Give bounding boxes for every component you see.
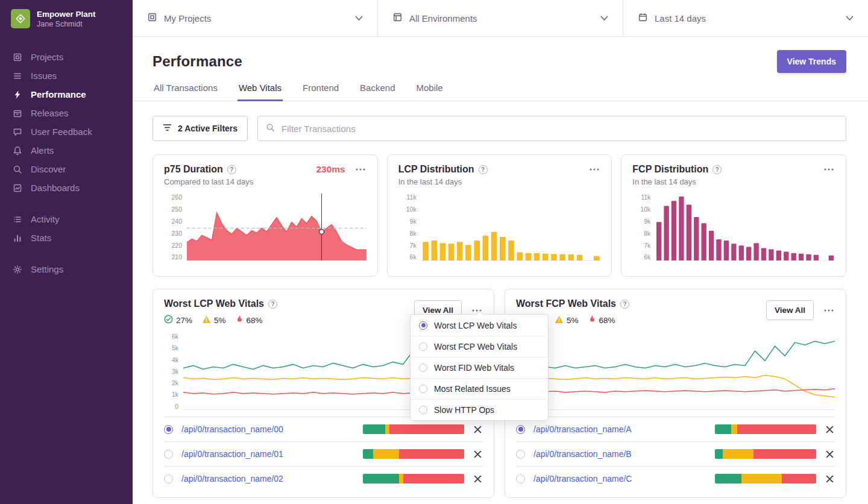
card-menu-button[interactable]: [823, 167, 835, 172]
sidebar-item-label: User Feedback: [31, 127, 92, 137]
project-selector[interactable]: My Projects: [133, 0, 377, 36]
sidebar-item-settings[interactable]: Settings: [0, 260, 133, 279]
close-icon[interactable]: [825, 474, 835, 484]
card-menu-button[interactable]: [354, 167, 366, 172]
sidebar-item-performance[interactable]: Performance: [0, 85, 133, 104]
chevron-down-icon: [846, 16, 854, 21]
sidebar-item-releases[interactable]: Releases: [0, 104, 133, 122]
close-icon[interactable]: [825, 449, 835, 459]
table-row[interactable]: /api/0/transaction_name/02: [164, 466, 483, 491]
menu-item-most-related-issues[interactable]: Most Related Issues: [410, 378, 548, 399]
radio-button[interactable]: [419, 342, 427, 351]
tab-mobile[interactable]: Mobile: [415, 83, 444, 101]
fire-icon: [236, 315, 244, 326]
help-icon[interactable]: ?: [620, 300, 629, 309]
org-switcher[interactable]: Empower Plant Jane Schmidt: [0, 0, 133, 34]
help-icon[interactable]: ?: [227, 165, 236, 174]
card-subtitle: In the last 14 days: [632, 177, 835, 186]
tab-backend[interactable]: Backend: [359, 83, 396, 101]
lcp-distribution-card: LCP Distribution ? In the last 14 days 1…: [387, 154, 612, 277]
transaction-link[interactable]: /api/0/transaction_name/B: [533, 449, 706, 459]
tab-bar: All Transactions Web Vitals Frontend Bac…: [133, 83, 868, 101]
table-row[interactable]: /api/0/transaction_name/C: [516, 466, 835, 491]
transaction-link[interactable]: /api/0/transaction_name/01: [181, 449, 354, 459]
p75-duration-card: p75 Duration ? 230ms Compared to last 14…: [153, 154, 378, 277]
menu-item-label: Most Related Issues: [434, 384, 511, 394]
table-row[interactable]: /api/0/transaction_name/01: [164, 441, 483, 466]
help-icon[interactable]: ?: [479, 165, 488, 174]
environment-selector[interactable]: All Environments: [377, 0, 623, 36]
projects-filter-icon: [147, 12, 157, 25]
menu-item-slow-http-ops[interactable]: Slow HTTP Ops: [410, 399, 548, 420]
sidebar-item-label: Activity: [31, 214, 60, 224]
sidebar-item-dashboards[interactable]: Dashboards: [0, 178, 133, 197]
view-trends-button[interactable]: View Trends: [777, 50, 846, 73]
search-icon: [266, 123, 275, 134]
menu-item-worst-fid[interactable]: Worst FID Web Vitals: [410, 357, 548, 378]
card-menu-button[interactable]: [588, 167, 600, 172]
radio-button[interactable]: [516, 425, 525, 434]
sidebar-item-label: Alerts: [31, 145, 54, 156]
meh-badge: 5%: [555, 315, 579, 326]
org-logo-icon: [11, 9, 30, 28]
sidebar-item-discover[interactable]: Discover: [0, 160, 133, 178]
radio-button[interactable]: [516, 474, 525, 484]
transaction-rows: /api/0/transaction_name/00 /api/0/transa…: [164, 417, 483, 491]
radio-button[interactable]: [419, 321, 427, 330]
summary-cards-row: p75 Duration ? 230ms Compared to last 14…: [153, 154, 846, 277]
radio-button[interactable]: [419, 364, 427, 372]
tab-frontend[interactable]: Frontend: [301, 83, 340, 101]
transaction-link[interactable]: /api/0/transaction_name/02: [181, 474, 354, 484]
table-row[interactable]: /api/0/transaction_name/B: [516, 441, 835, 466]
close-icon[interactable]: [473, 474, 483, 484]
radio-button[interactable]: [419, 406, 427, 414]
card-menu-button[interactable]: [823, 308, 835, 313]
badge-value: 27%: [176, 316, 192, 325]
radio-button[interactable]: [516, 450, 525, 459]
main-content: Performance View Trends All Transactions…: [133, 37, 868, 504]
close-icon[interactable]: [825, 424, 835, 435]
close-icon[interactable]: [473, 424, 483, 435]
badge-value: 5%: [567, 316, 579, 325]
transaction-link[interactable]: /api/0/transaction_name/A: [533, 424, 706, 434]
sidebar-item-projects[interactable]: Projects: [0, 48, 133, 66]
table-row[interactable]: /api/0/transaction_name/A: [516, 417, 835, 441]
tab-all-transactions[interactable]: All Transactions: [153, 83, 219, 101]
vitals-distribution-bar: [363, 424, 464, 434]
sidebar-nav-tertiary: Settings: [0, 260, 133, 279]
transaction-link[interactable]: /api/0/transaction_name/C: [533, 474, 706, 484]
date-range-selector[interactable]: Last 14 days: [623, 0, 868, 36]
discover-icon: [12, 164, 23, 175]
sidebar-item-user-feedback[interactable]: User Feedback: [0, 122, 133, 141]
menu-item-worst-lcp[interactable]: Worst LCP Web Vitals: [410, 315, 548, 336]
search-box[interactable]: [257, 116, 846, 141]
help-icon[interactable]: ?: [268, 300, 277, 309]
performance-icon: [12, 89, 23, 100]
search-input[interactable]: [280, 123, 838, 134]
warning-triangle-icon: [202, 315, 211, 326]
transaction-link[interactable]: /api/0/transaction_name/00: [181, 424, 354, 434]
tab-web-vitals[interactable]: Web Vitals: [237, 83, 283, 101]
help-icon[interactable]: ?: [712, 165, 722, 174]
poor-badge: 68%: [236, 315, 263, 326]
sidebar-item-activity[interactable]: Activity: [0, 210, 133, 228]
active-filters-button[interactable]: 2 Active Filters: [153, 116, 248, 141]
menu-item-worst-fcp[interactable]: Worst FCP Web Vitals: [410, 336, 548, 357]
y-axis-labels: 6k5k4k3k2k1k0: [164, 333, 178, 410]
menu-item-label: Worst FCP Web Vitals: [434, 342, 517, 351]
close-icon[interactable]: [473, 449, 483, 459]
sidebar-item-alerts[interactable]: Alerts: [0, 141, 133, 160]
radio-button[interactable]: [419, 385, 427, 393]
sidebar-item-stats[interactable]: Stats: [0, 228, 133, 247]
fire-icon: [588, 315, 596, 326]
sidebar-item-issues[interactable]: Issues: [0, 66, 133, 85]
radio-button[interactable]: [164, 450, 173, 459]
check-circle-icon: [164, 315, 173, 326]
radio-button[interactable]: [164, 425, 173, 434]
filter-icon: [163, 124, 172, 133]
warning-triangle-icon: [555, 315, 564, 326]
view-all-button[interactable]: View All: [766, 300, 814, 320]
y-axis-labels: 11k10k9k8k7k6k: [398, 194, 417, 261]
radio-button[interactable]: [164, 474, 173, 484]
issues-icon: [12, 71, 23, 81]
